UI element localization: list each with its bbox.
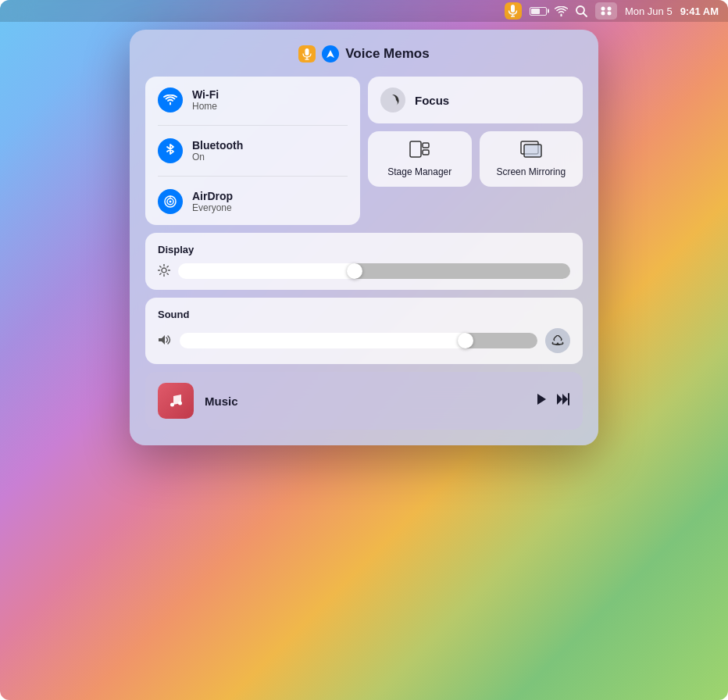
bluetooth-name: Bluetooth (192, 139, 243, 152)
volume-icon (158, 334, 172, 348)
brightness-slider-row (158, 263, 570, 279)
network-tile: Wi-Fi Home Bluetooth On (145, 77, 360, 225)
divider-1 (158, 125, 348, 126)
music-section: Music (145, 372, 583, 430)
svg-point-8 (607, 12, 611, 16)
svg-line-28 (167, 266, 168, 266)
brightness-icon (158, 264, 170, 279)
brightness-thumb[interactable] (347, 263, 362, 279)
stage-manager-tile[interactable]: Stage Manager (368, 131, 472, 187)
wifi-icon-circle (158, 88, 183, 112)
music-album-art (158, 383, 194, 419)
svg-rect-0 (511, 5, 515, 12)
music-app-label: Music (205, 395, 525, 408)
svg-point-32 (170, 403, 174, 407)
airplay-button[interactable] (545, 328, 570, 353)
svg-rect-20 (524, 145, 541, 157)
cc-header-title: Voice Memos (345, 46, 429, 62)
svg-point-21 (162, 268, 166, 273)
airdrop-icon-circle (158, 189, 183, 214)
svg-marker-36 (562, 394, 568, 405)
stage-manager-label: Stage Manager (387, 166, 451, 177)
cc-header: Voice Memos (145, 45, 583, 62)
svg-rect-16 (410, 141, 421, 157)
sound-title: Sound (158, 309, 570, 320)
svg-point-5 (601, 7, 605, 11)
music-play-button[interactable] (536, 393, 547, 409)
bluetooth-sub: On (192, 152, 243, 162)
svg-rect-18 (423, 150, 429, 155)
airdrop-sub: Everyone (192, 202, 233, 213)
svg-line-29 (160, 273, 161, 273)
volume-thumb[interactable] (458, 333, 473, 348)
wifi-name: Wi-Fi (192, 88, 219, 101)
display-title: Display (158, 244, 570, 255)
app-icon-location (322, 45, 339, 62)
svg-rect-17 (423, 143, 429, 148)
airdrop-name: AirDrop (192, 190, 233, 202)
wifi-sub: Home (192, 101, 219, 112)
menubar-time: 9:41 AM (680, 5, 719, 17)
volume-slider-row (158, 328, 570, 353)
app-icon-voice-memos (298, 45, 316, 62)
menubar: Mon Jun 5 9:41 AM (0, 0, 728, 22)
sound-section: Sound (145, 298, 583, 364)
bluetooth-row[interactable]: Bluetooth On (158, 138, 348, 163)
screen-mirroring-label: Screen Mirroring (496, 166, 566, 177)
svg-point-6 (607, 7, 611, 11)
control-center-panel: Voice Memos Wi-Fi Home (130, 30, 598, 445)
svg-marker-30 (555, 342, 560, 345)
battery-icon (530, 7, 547, 16)
divider-2 (158, 176, 348, 177)
wifi-row[interactable]: Wi-Fi Home (158, 88, 348, 112)
screen-mirroring-tile[interactable]: Screen Mirroring (480, 131, 583, 187)
focus-icon (380, 88, 405, 112)
svg-line-4 (583, 13, 587, 16)
music-skip-button[interactable] (556, 393, 570, 409)
search-menubar-icon[interactable] (576, 5, 587, 17)
control-center-menubar-icon[interactable] (595, 2, 617, 20)
svg-marker-35 (557, 394, 562, 405)
bottom-right-tiles: Stage Manager Screen Mirroring (368, 131, 583, 187)
svg-point-33 (178, 402, 182, 405)
svg-line-26 (160, 266, 161, 266)
wifi-text: Wi-Fi Home (192, 88, 219, 112)
brightness-slider[interactable] (178, 263, 570, 279)
bluetooth-icon-circle (158, 138, 183, 163)
wifi-menubar-icon[interactable] (555, 6, 568, 16)
airdrop-text: AirDrop Everyone (192, 190, 233, 213)
svg-point-14 (170, 201, 172, 203)
music-controls (536, 393, 570, 409)
svg-marker-34 (537, 394, 546, 405)
cc-main-grid: Wi-Fi Home Bluetooth On (145, 77, 583, 225)
screen-mirroring-icon (520, 141, 542, 162)
focus-label: Focus (415, 94, 449, 107)
focus-tile[interactable]: Focus (368, 77, 583, 123)
right-tiles: Focus Stage Manager (368, 77, 583, 225)
display-section: Display (145, 233, 583, 290)
airdrop-row[interactable]: AirDrop Everyone (158, 189, 348, 214)
svg-rect-9 (305, 48, 309, 55)
menubar-date: Mon Jun 5 (625, 5, 673, 17)
svg-line-27 (167, 273, 168, 273)
voice-memos-menubar-icon[interactable] (505, 2, 522, 20)
svg-point-7 (601, 12, 605, 16)
stage-manager-icon (409, 141, 430, 162)
volume-slider[interactable] (180, 333, 537, 348)
bluetooth-text: Bluetooth On (192, 139, 243, 162)
